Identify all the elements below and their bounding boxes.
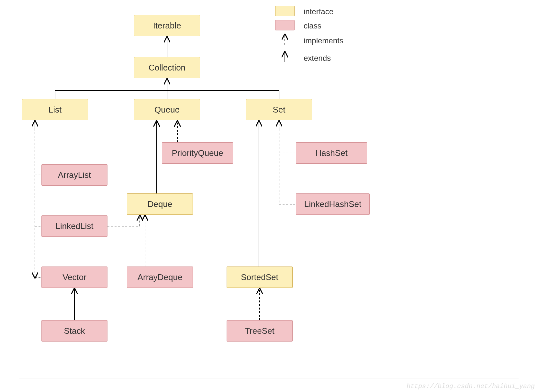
legend-extends-label: extends [304, 54, 331, 63]
node-collection: Collection [134, 57, 200, 78]
node-label: Collection [149, 63, 185, 73]
node-label: TreeSet [245, 326, 275, 336]
node-label: Stack [64, 326, 85, 336]
node-stack: Stack [41, 320, 107, 342]
node-label: Vector [62, 272, 86, 282]
legend-class-swatch [275, 20, 295, 30]
node-label: Iterable [153, 21, 181, 31]
legend-class-label: class [304, 21, 321, 30]
node-label: Set [273, 105, 285, 115]
node-deque: Deque [127, 193, 193, 215]
legend-implements-label: implements [304, 36, 343, 45]
watermark: https://blog.csdn.net/haihui_yang [407, 383, 535, 390]
node-treeset: TreeSet [227, 320, 293, 342]
node-label: PriorityQueue [172, 148, 223, 158]
node-vector: Vector [41, 267, 107, 288]
node-label: ArrayList [58, 170, 91, 180]
node-label: Deque [148, 199, 173, 209]
node-set: Set [246, 99, 312, 120]
node-priorityqueue: PriorityQueue [162, 142, 233, 164]
node-label: SortedSet [241, 272, 278, 282]
node-linkedlist: LinkedList [41, 215, 107, 237]
node-arraydeque: ArrayDeque [127, 267, 193, 288]
node-queue: Queue [134, 99, 200, 120]
node-label: LinkedList [55, 221, 93, 231]
divider [19, 378, 519, 378]
node-label: List [49, 105, 62, 115]
legend-interface-swatch [275, 6, 295, 16]
node-label: HashSet [315, 148, 348, 158]
node-label: ArrayDeque [138, 272, 183, 282]
node-sortedset: SortedSet [227, 267, 293, 288]
node-list: List [22, 99, 88, 120]
node-hashset: HashSet [296, 142, 367, 164]
node-label: Queue [154, 105, 180, 115]
legend-interface-label: interface [304, 7, 333, 16]
node-label: LinkedHashSet [304, 199, 361, 209]
node-linkedhashset: LinkedHashSet [296, 193, 370, 215]
node-arraylist: ArrayList [41, 164, 107, 186]
node-iterable: Iterable [134, 15, 200, 36]
